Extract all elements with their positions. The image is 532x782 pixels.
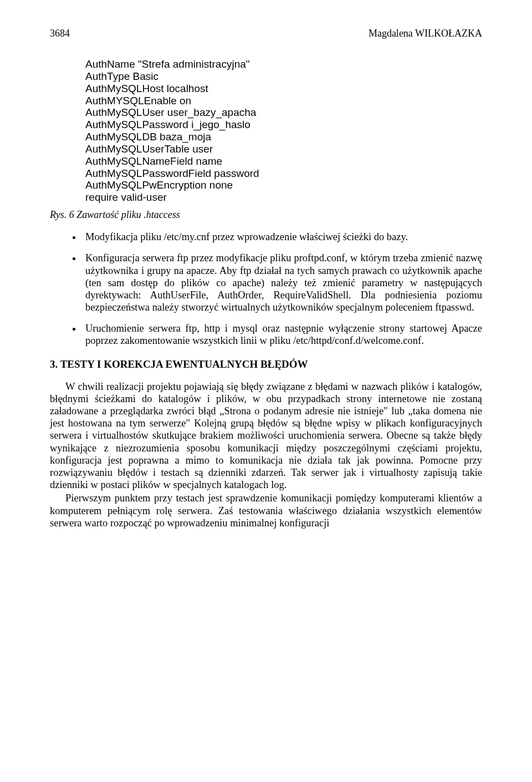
bullet-list: Modyfikacja pliku /etc/my.cnf przez wpro… <box>50 231 482 347</box>
page-header: 3684 Magdalena WILKOŁAZKA <box>50 28 482 39</box>
code-line: AuthMySQLHost localhost <box>85 83 208 94</box>
list-item: Uruchomienie serwera ftp, http i mysql o… <box>82 322 482 347</box>
code-line: require valid-user <box>85 191 167 203</box>
document-page: 3684 Magdalena WILKOŁAZKA AuthName "Stre… <box>0 0 532 558</box>
code-line: AuthName "Strefa administracyjna" <box>85 58 250 70</box>
code-line: AuthMySQLPasswordField password <box>85 167 259 179</box>
body-paragraph: Pierwszym punktem przy testach jest spra… <box>50 492 482 529</box>
code-line: AuthMySQLDB baza_moja <box>85 131 211 143</box>
figure-caption: Rys. 6 Zawartość pliku .htaccess <box>50 209 482 221</box>
code-line: AuthMySQLUserTable user <box>85 143 213 155</box>
body-paragraph: W chwili realizacji projektu pojawiają s… <box>50 380 482 491</box>
list-item: Konfiguracja serwera ftp przez modyfikac… <box>82 252 482 313</box>
code-line: AuthMYSQLEnable on <box>85 95 191 106</box>
author-name: Magdalena WILKOŁAZKA <box>369 28 482 39</box>
code-line: AuthMySQLNameField name <box>85 155 222 167</box>
code-line: AuthMySQLPassword i_jego_haslo <box>85 119 250 130</box>
code-line: AuthMySQLUser user_bazy_apacha <box>85 106 256 118</box>
htaccess-code-block: AuthName "Strefa administracyjna" AuthTy… <box>85 58 482 204</box>
list-item: Modyfikacja pliku /etc/my.cnf przez wpro… <box>82 231 482 243</box>
code-line: AuthType Basic <box>85 70 158 82</box>
section-heading: 3. TESTY I KOREKCJA EWENTUALNYCH BŁĘDÓW <box>50 358 482 370</box>
page-number: 3684 <box>50 28 70 39</box>
code-line: AuthMySQLPwEncryption none <box>85 179 233 191</box>
